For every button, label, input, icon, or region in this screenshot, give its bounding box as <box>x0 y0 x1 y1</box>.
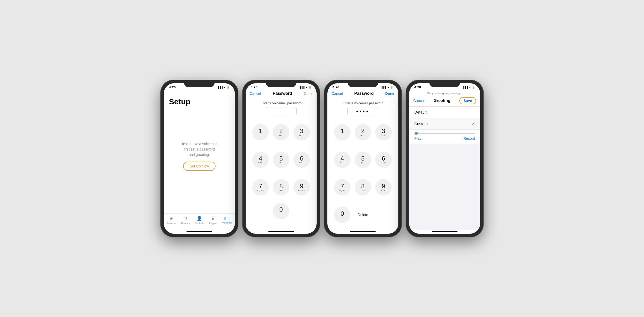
recents-icon: ⏱ <box>183 216 188 221</box>
password-input-3[interactable]: •••• <box>347 107 378 115</box>
key-1-2[interactable]: 1 <box>252 124 269 141</box>
keypad-label: Keypad <box>209 222 217 225</box>
key-2-2[interactable]: 2ABC <box>273 124 289 141</box>
key-9-2[interactable]: 9WXYZ <box>293 179 310 195</box>
greeting-player: Play Record <box>409 130 480 144</box>
contacts-label: Contacts <box>195 222 204 225</box>
favorites-label: Favorites <box>166 222 176 225</box>
record-button[interactable]: Record <box>463 136 475 141</box>
player-controls: Play Record <box>414 136 475 141</box>
nav-bar-3: Cancel Password Done <box>327 90 398 98</box>
key-2-3[interactable]: 2ABC <box>355 124 371 141</box>
screen-1: 4:26 ▐▐▐ ▲ 🔋 Setup To retrieve a voicema… <box>164 83 235 234</box>
setup-text: To retrieve a voicemailfirst set a passw… <box>181 141 217 157</box>
keypad-icon: ⠿ <box>211 216 215 221</box>
greeting-custom-item[interactable]: Custom ✓ <box>409 118 480 130</box>
done-button-2[interactable]: Done <box>304 91 312 96</box>
key-1-3[interactable]: 1 <box>334 124 351 141</box>
password-container-3: Enter a voicemail password •••• <box>327 98 398 117</box>
home-indicator-3 <box>350 231 376 232</box>
key-0-3[interactable]: 0 + <box>334 207 351 223</box>
notch-1 <box>184 80 215 87</box>
tab-recents[interactable]: ⏱ Recents <box>181 216 190 225</box>
default-label: Default <box>414 110 427 114</box>
key-5-3[interactable]: 5JKL <box>355 152 371 168</box>
password-label-3: Enter a voicemail password <box>343 101 383 105</box>
status-icons-2: ▐▐▐ ▲ 🔋 <box>299 86 311 89</box>
greeting-content: Default Custom ✓ Play Record <box>409 107 480 230</box>
key-8-2[interactable]: 8TUV <box>273 179 289 195</box>
setup-title: Setup <box>169 97 230 106</box>
voicemail-icon: ⏸⏸ <box>223 216 231 221</box>
key-3-2[interactable]: 3DEF <box>293 124 310 141</box>
nav-bar-2: Cancel Password Done <box>246 90 317 98</box>
delete-button-3[interactable]: Delete <box>354 203 372 227</box>
greeting-default-item[interactable]: Default <box>409 107 480 118</box>
cancel-button-4[interactable]: Cancel <box>413 99 425 103</box>
cancel-button-3[interactable]: Cancel <box>332 91 343 96</box>
notch-3 <box>347 80 378 87</box>
tab-contacts[interactable]: 👤 Contacts <box>195 216 204 225</box>
status-icons-4: ▐▐▐ ▲ 🔋 <box>462 86 475 89</box>
tab-keypad[interactable]: ⠿ Keypad <box>209 216 217 225</box>
phone-2: 4:26 ▐▐▐ ▲ 🔋 Cancel Password Done Enter … <box>243 80 320 237</box>
checkmark-icon: ✓ <box>472 121 475 126</box>
nav-title-2: Password <box>273 91 292 96</box>
key-5-2[interactable]: 5JKL <box>273 152 289 168</box>
notch-4 <box>429 80 460 87</box>
time-1: 4:26 <box>169 85 176 89</box>
key-6-2[interactable]: 6MNO <box>293 152 310 168</box>
contacts-icon: 👤 <box>196 216 202 221</box>
screen-3: 4:26 ▐▐▐ ▲ 🔋 Cancel Password Done Enter … <box>327 83 398 234</box>
time-2: 4:26 <box>251 85 257 89</box>
password-label-2: Enter a voicemail password <box>261 101 302 105</box>
phone-1: 4:26 ▐▐▐ ▲ 🔋 Setup To retrieve a voicema… <box>161 80 238 237</box>
nav-title-3: Password <box>354 91 374 96</box>
tab-favorites[interactable]: ★ Favorites <box>166 216 176 225</box>
key-0-2[interactable]: 0 + <box>272 203 290 227</box>
key-7-3[interactable]: 7PQRS <box>334 179 351 195</box>
favorites-icon: ★ <box>169 216 173 221</box>
home-indicator-4 <box>432 231 458 232</box>
tab-voicemail[interactable]: ⏸⏸ Voicemail <box>222 216 232 224</box>
play-button[interactable]: Play <box>414 136 421 141</box>
status-icons-3: ▐▐▐ ▲ 🔋 <box>381 86 393 89</box>
custom-label: Custom <box>414 122 428 126</box>
dialpad-3: 1 2ABC 3DEF 4GHI 5JKL 6MNO 7PQRS 8TUV 9W… <box>327 117 398 230</box>
save-button-4[interactable]: Save <box>459 97 476 104</box>
status-icons-1: ▐▐▐ ▲ 🔋 <box>217 86 230 89</box>
greeting-list: Default Custom ✓ <box>409 107 480 130</box>
playback-dot <box>415 132 418 135</box>
tab-bar-1: ★ Favorites ⏱ Recents 👤 Contacts ⠿ Keypa… <box>164 213 235 230</box>
phone-4: 4:28 ▐▐▐ ▲ 🔋 Set your outgoing message. … <box>406 80 483 237</box>
key-9-3[interactable]: 9WXYZ <box>375 179 392 195</box>
voicemail-label: Voicemail <box>222 221 232 224</box>
time-4: 4:28 <box>414 85 421 89</box>
greeting-gray-area <box>409 144 480 230</box>
password-input-2[interactable] <box>266 107 297 115</box>
key-4-2[interactable]: 4GHI <box>252 152 269 168</box>
key-3-3[interactable]: 3DEF <box>375 124 392 141</box>
setup-message: To retrieve a voicemailfirst set a passw… <box>169 114 230 213</box>
nav-bar-4: Cancel Greeting Save <box>409 96 480 107</box>
notch-2 <box>266 80 297 87</box>
home-indicator-1 <box>186 231 212 232</box>
password-container-2: Enter a voicemail password <box>246 98 317 117</box>
time-3: 4:26 <box>333 85 339 89</box>
done-button-3[interactable]: Done <box>385 91 394 96</box>
greeting-subtitle: Set your outgoing message. <box>409 90 480 96</box>
key-4-3[interactable]: 4GHI <box>334 152 351 168</box>
dialpad-2: 1 2ABC 3DEF 4GHI 5JKL 6MNO 7PQRS 8TUV 9W… <box>246 117 317 230</box>
setup-now-button[interactable]: Set Up Now <box>183 162 216 171</box>
setup-content: Setup To retrieve a voicemailfirst set a… <box>164 90 235 213</box>
phones-container: 4:26 ▐▐▐ ▲ 🔋 Setup To retrieve a voicema… <box>161 80 483 237</box>
key-7-2[interactable]: 7PQRS <box>252 179 269 195</box>
key-8-3[interactable]: 8TUV <box>355 179 371 195</box>
nav-title-4: Greeting <box>434 98 451 103</box>
screen-4: 4:28 ▐▐▐ ▲ 🔋 Set your outgoing message. … <box>409 83 480 234</box>
cancel-button-2[interactable]: Cancel <box>250 91 261 96</box>
phone-3: 4:26 ▐▐▐ ▲ 🔋 Cancel Password Done Enter … <box>324 80 401 237</box>
key-6-3[interactable]: 6MNO <box>375 152 392 168</box>
playback-track[interactable] <box>414 133 475 134</box>
recents-label: Recents <box>181 222 190 225</box>
